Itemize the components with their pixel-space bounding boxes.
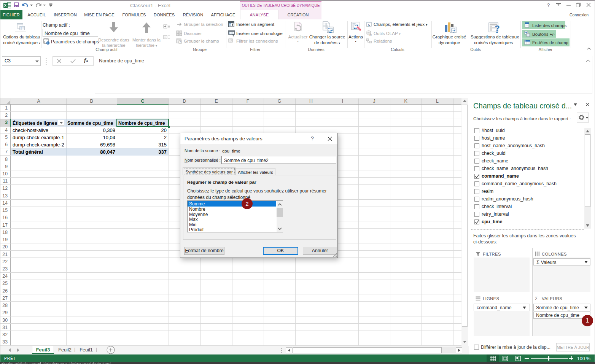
svg-text:fx: fx xyxy=(369,33,372,36)
svg-text:7: 7 xyxy=(180,41,181,43)
svg-text:fx: fx xyxy=(368,23,371,27)
